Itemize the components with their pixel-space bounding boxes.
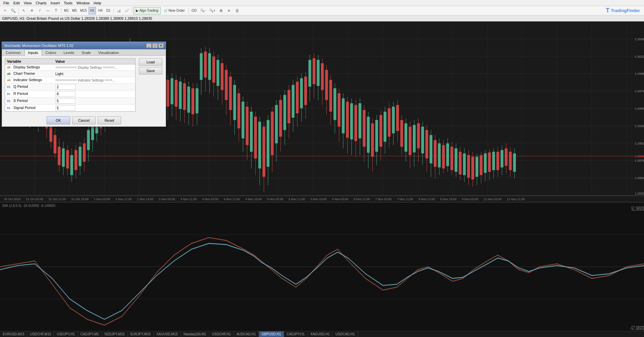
ok-button[interactable]: OK (47, 116, 70, 124)
arrow-btn[interactable]: ↖ (20, 7, 28, 14)
tab-gbpusd-h1[interactable]: GBPUSD,H1 (259, 331, 284, 337)
svg-rect-64 (87, 130, 90, 150)
table-row[interactable]: ab Indicator Settings =========== Indica… (5, 77, 136, 83)
row-value[interactable]: Light (53, 71, 136, 77)
tab-eurusd-m15[interactable]: EURUSD,M15 (0, 331, 27, 337)
line-btn[interactable]: / (36, 7, 44, 14)
svg-rect-132 (229, 76, 232, 110)
tf-d1[interactable]: D1 (105, 7, 112, 14)
tab-nzdjpy-m15[interactable]: NZDJPY,M15 (102, 331, 128, 337)
scroll-end-btn[interactable]: ⊳ (225, 7, 233, 14)
new-chart-btn[interactable]: + (1, 7, 9, 14)
tab-cadjpy-h1[interactable]: CADJPY,H1 (284, 331, 308, 337)
timeline-label: 7 Nov 03:00 (373, 198, 394, 201)
r-period-input[interactable] (55, 91, 75, 97)
table-row[interactable]: 01 Q Period (5, 83, 136, 91)
tab-nasdaq100-m1[interactable]: Nasdaq100,M1 (181, 331, 209, 337)
tab-cadjpy-m1[interactable]: CADJPY,M1 (78, 331, 102, 337)
ohlc-btn[interactable]: OO (190, 7, 198, 14)
svg-text:1.29980: 1.29980 (635, 72, 644, 76)
menu-view[interactable]: View (22, 1, 34, 5)
timeline: 30 Oct 2024 31 Oct 03:00 31 Oct 11:00 31… (0, 196, 644, 202)
maximize-button[interactable]: □ (152, 43, 158, 48)
close-button[interactable]: ✕ (158, 43, 164, 48)
svg-rect-234 (442, 145, 445, 169)
minimize-button[interactable]: _ (146, 43, 152, 48)
tab-xauusd-m15[interactable]: XAUUSD,M15 (154, 331, 181, 337)
tab-usdchf-h1[interactable]: USDCHF,H1 (209, 331, 234, 337)
tf-m15[interactable]: M15 (79, 7, 88, 14)
row-value[interactable] (53, 98, 136, 105)
chart-type-btn[interactable]: 📊 (115, 7, 122, 14)
menu-insert[interactable]: Insert (49, 1, 62, 5)
autoscroll-btn[interactable]: ⊞ (217, 7, 225, 14)
tab-scale[interactable]: Scale (78, 49, 95, 56)
row-value[interactable] (53, 83, 136, 91)
tab-usdjpy-h1[interactable]: USDJPY,H1 (54, 331, 78, 337)
tab-eurjpy-m15[interactable]: EURJPY,M15 (128, 331, 154, 337)
menu-window[interactable]: Window (74, 1, 92, 5)
tab-usdchf-m15[interactable]: USDCHF,M15 (27, 331, 54, 337)
tab-colors[interactable]: Colors (42, 49, 60, 56)
row-variable: 01 R Period (5, 91, 53, 98)
algo-trading-btn[interactable]: ▶ Algo Trading (133, 7, 160, 14)
row-value[interactable] (53, 91, 136, 98)
sep3 (113, 8, 114, 14)
svg-rect-126 (217, 60, 219, 86)
smi-label: SMI (2,8,5,5) -18.416992 -9.149665 (2, 204, 55, 208)
menu-edit[interactable]: Edit (11, 1, 22, 5)
hline-btn[interactable]: — (44, 7, 52, 14)
tf-m1[interactable]: M1 (63, 7, 70, 14)
menu-charts[interactable]: Charts (34, 1, 48, 5)
tab-audcad-h1[interactable]: AUDCAD,H1 (234, 331, 259, 337)
zoom-in-btn[interactable]: 🔍 (9, 7, 17, 14)
table-row[interactable]: ab Chart Theme Light (5, 71, 136, 77)
params-table: Variable Value ab Display Settings =====… (5, 58, 136, 112)
indicator-dialog[interactable]: Stochastic Momentum Oscillator MT5 1.02 … (2, 42, 166, 127)
zoom-plus-btn[interactable]: 🔍+ (208, 7, 217, 14)
signal-period-input[interactable] (55, 105, 75, 111)
table-row[interactable]: ab Display Settings =========== Display … (5, 64, 136, 71)
tab-visualization[interactable]: Visualization (95, 49, 123, 56)
row-value[interactable] (53, 105, 136, 112)
tab-inputs[interactable]: Inputs (24, 49, 42, 56)
text-btn[interactable]: T (52, 7, 60, 14)
svg-rect-150 (267, 120, 269, 167)
variable-icon: 01 (7, 85, 12, 89)
table-row[interactable]: 01 Signal Period (5, 105, 136, 112)
svg-rect-112 (187, 87, 190, 113)
new-order-btn[interactable]: 🛒 New Order (161, 7, 187, 14)
tab-xagusd-h1[interactable]: XAGUSD,H1 (308, 331, 333, 337)
row-value[interactable]: =========== Display Settings ======... (53, 64, 136, 71)
tab-levels[interactable]: Levels (60, 49, 78, 56)
load-button[interactable]: Load (139, 58, 162, 66)
q-period-input[interactable] (55, 84, 75, 90)
svg-rect-220 (413, 125, 416, 153)
tf-m5[interactable]: M5 (71, 7, 78, 14)
table-row[interactable]: 01 S Period (5, 98, 136, 105)
zoom-minus-btn[interactable]: 🔍− (199, 7, 208, 14)
svg-rect-58 (74, 150, 77, 170)
tab-common[interactable]: Common (2, 49, 24, 56)
s-period-input[interactable] (55, 98, 75, 104)
tf-h4[interactable]: H4 (97, 7, 104, 14)
save-button[interactable]: Save (139, 67, 162, 74)
symbol-info: GBPUSD, H1: Great Britain Pound vs US Do… (2, 16, 152, 20)
indicators-btn[interactable]: 📈 (123, 7, 130, 14)
table-row[interactable]: 01 R Period (5, 91, 136, 98)
cancel-button[interactable]: Cancel (72, 116, 96, 124)
menu-help[interactable]: Help (92, 1, 103, 5)
reset-button[interactable]: Reset (98, 116, 121, 124)
tab-usdcad-h1[interactable]: USDCAD,H1 (333, 331, 358, 337)
logo: T TradingFinder (606, 7, 640, 14)
svg-rect-188 (346, 102, 349, 138)
dialog-titlebar[interactable]: Stochastic Momentum Oscillator MT5 1.02 … (2, 42, 166, 49)
menu-tools[interactable]: Tools (62, 1, 74, 5)
row-value[interactable]: =========== Indicator Settings ====... (53, 77, 136, 83)
menu-file[interactable]: File (1, 1, 11, 5)
period-sep-btn[interactable]: ||| (233, 7, 241, 14)
svg-rect-122 (208, 53, 211, 80)
crosshair-btn[interactable]: ✛ (28, 7, 36, 14)
tf-h1[interactable]: H1 (89, 7, 96, 14)
svg-rect-200 (371, 123, 374, 157)
